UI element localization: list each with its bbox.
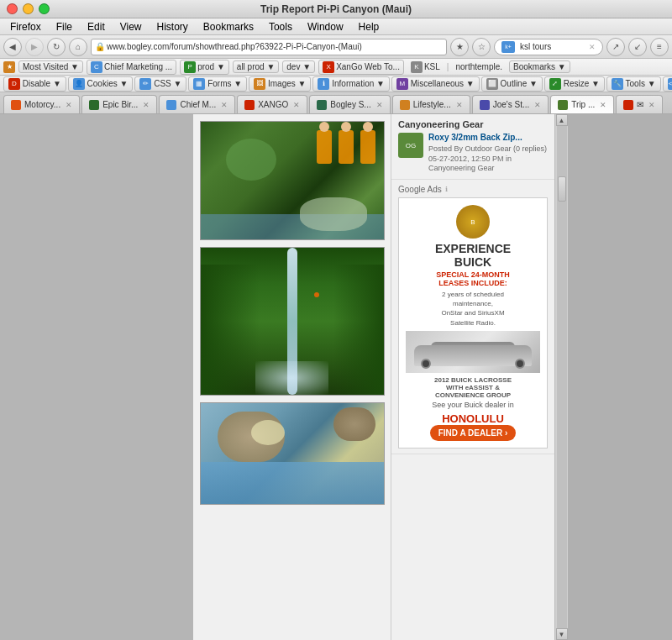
scroll-down-button[interactable]: ▼ (556, 628, 568, 640)
tab-close-motorcycles[interactable]: ✕ (66, 101, 72, 109)
water-pool (201, 214, 384, 239)
dev-btn[interactable]: dev ▼ (282, 60, 315, 73)
tab-trip[interactable]: Trip ... ✕ (550, 95, 614, 113)
xango-btn[interactable]: X XanGo Web To... (318, 60, 404, 75)
forum-image-1[interactable] (200, 121, 385, 240)
scroll-track[interactable] (557, 126, 567, 628)
tab-close-lifestyle[interactable]: ✕ (456, 101, 463, 109)
bookmark-list-button[interactable]: ☆ (472, 38, 491, 56)
northtemple-btn[interactable]: northtemple. (452, 61, 506, 72)
post-title[interactable]: Roxy 3/2mm Back Zip... (428, 133, 548, 143)
tab-favicon-chief (166, 100, 176, 110)
menu-tools[interactable]: Tools (262, 19, 299, 34)
menu-history[interactable]: History (150, 19, 195, 34)
tab-motorcycles[interactable]: Motorcy... ✕ (3, 95, 80, 113)
nav-extra-btn1[interactable]: ↗ (606, 38, 625, 56)
forum-image-2[interactable] (200, 247, 385, 396)
tab-favicon-mail (623, 100, 633, 110)
maximize-button[interactable] (39, 3, 50, 14)
tab-close-xango[interactable]: ✕ (293, 101, 300, 109)
miscellaneous-btn[interactable]: M Miscellaneous ▼ (391, 76, 480, 92)
home-button[interactable]: ⌂ (69, 38, 87, 56)
information-btn[interactable]: ℹ Information ▼ (312, 76, 389, 92)
vertical-scrollbar[interactable]: ▲ ▼ (554, 114, 568, 640)
rocks-2 (333, 407, 375, 441)
menu-firefox[interactable]: Firefox (3, 19, 48, 34)
ad-cta-button[interactable]: FIND A DEALER › (430, 425, 517, 441)
most-visited-btn[interactable]: Most Visited ▼ (18, 60, 83, 73)
css-btn[interactable]: ✏ CSS ▼ (134, 76, 186, 92)
information-icon: ℹ (318, 78, 329, 90)
forms-btn[interactable]: ▦ Forms ▼ (188, 76, 247, 92)
person-figure-3 (360, 130, 375, 164)
bookmark-star-button[interactable]: ★ (450, 38, 469, 56)
tab-label-trip: Trip ... (571, 100, 595, 109)
menu-window[interactable]: Window (301, 19, 350, 34)
tab-close-joes[interactable]: ✕ (534, 101, 541, 109)
outline-btn[interactable]: ⬜ Outline ▼ (481, 76, 543, 92)
tab-favicon-xango (244, 100, 255, 110)
cookies-btn[interactable]: 👤 Cookies ▼ (68, 76, 134, 92)
chief-marketing-btn[interactable]: C Chief Marketing ... (87, 60, 176, 75)
all-prod-btn[interactable]: all prod ▼ (233, 60, 279, 73)
ads-info-icon: ℹ (445, 186, 448, 193)
tab-label-motorcycles: Motorcy... (24, 100, 60, 109)
bookmarks-menu-btn[interactable]: Bookmarks ▼ (509, 60, 570, 73)
tab-xango[interactable]: XANGO ✕ (237, 95, 307, 113)
ksl-btn[interactable]: K KSL (407, 60, 444, 74)
canyoneering-post[interactable]: OG Roxy 3/2mm Back Zip... Posted By Outd… (398, 133, 548, 174)
person-figure-1 (317, 130, 332, 164)
ad-box[interactable]: B EXPERIENCE BUICK SPECIAL 24-MONTH LEAS… (398, 197, 548, 449)
images-btn[interactable]: 🖼 Images ▼ (249, 76, 311, 92)
tab-close-mail[interactable]: ✕ (648, 101, 655, 109)
canyoneering-section: Canyoneering Gear OG Roxy 3/2mm Back Zip… (391, 114, 554, 180)
avatar-label: OG (406, 142, 416, 150)
lock-icon: 🔒 (95, 42, 105, 51)
nav-extra-btn2[interactable]: ↙ (628, 38, 647, 56)
tab-favicon-joes (480, 100, 490, 110)
canyoneering-title: Canyoneering Gear (398, 119, 548, 129)
menu-edit[interactable]: Edit (81, 19, 112, 34)
tabs-bar: Motorcy... ✕ Epic Bir... ✕ Chief M... ✕ … (0, 92, 672, 114)
scroll-thumb[interactable] (558, 176, 566, 202)
menu-bookmarks[interactable]: Bookmarks (197, 19, 260, 34)
chief-marketing-icon: C (91, 61, 102, 73)
tab-close-epic[interactable]: ✕ (143, 101, 150, 109)
resize-btn[interactable]: ⤢ Resize ▼ (544, 76, 605, 92)
light-patch (251, 420, 285, 445)
search-engine-icon: k+ (501, 41, 515, 53)
tools-btn[interactable]: 🔧 Tools ▼ (606, 76, 661, 92)
tab-joes[interactable]: Joe's St... ✕ (472, 95, 549, 113)
page-area: Canyoneering Gear OG Roxy 3/2mm Back Zip… (0, 114, 672, 640)
title-bar: Trip Report Pi-Pi Canyon (Maui) (0, 0, 672, 18)
resize-icon: ⤢ (549, 78, 561, 90)
close-button[interactable] (7, 3, 18, 14)
tab-bogley[interactable]: Bogley S... ✕ (309, 95, 390, 113)
menu-view[interactable]: View (113, 19, 149, 34)
tab-close-trip[interactable]: ✕ (600, 101, 606, 109)
tab-close-bogley[interactable]: ✕ (376, 101, 383, 109)
address-bar[interactable]: 🔒 www.bogley.com/forum/showthread.php?63… (91, 39, 447, 55)
foliage-left (201, 265, 260, 395)
search-bar[interactable]: k+ ksl tours ✕ (494, 39, 603, 55)
tab-chief-m[interactable]: Chief M... ✕ (159, 95, 235, 113)
view-source-btn[interactable]: </> View Source ▼ (663, 76, 672, 92)
disable-btn[interactable]: D Disable ▼ (3, 76, 66, 92)
tab-epic-bird[interactable]: Epic Bir... ✕ (81, 95, 157, 113)
minimize-button[interactable] (23, 3, 34, 14)
menu-help[interactable]: Help (352, 19, 386, 34)
nav-extra-btn3[interactable]: ≡ (650, 38, 669, 56)
back-button[interactable]: ◀ (3, 38, 22, 56)
forum-image-3[interactable] (200, 402, 385, 505)
tab-close-chief[interactable]: ✕ (221, 101, 228, 109)
tab-lifestyle[interactable]: Lifestyle... ✕ (392, 95, 470, 113)
tab-mail[interactable]: ✉ ✕ (616, 95, 663, 113)
menu-file[interactable]: File (50, 19, 79, 34)
forward-button[interactable]: ▶ (25, 38, 44, 56)
scroll-up-button[interactable]: ▲ (556, 114, 568, 126)
waterfall-image (201, 248, 384, 395)
post-meta: Posted By Outdoor Gear (0 replies) 05-27… (428, 144, 548, 174)
prod-btn[interactable]: P prod ▼ (180, 60, 229, 75)
view-source-icon: </> (668, 78, 672, 90)
refresh-button[interactable]: ↻ (47, 38, 66, 56)
